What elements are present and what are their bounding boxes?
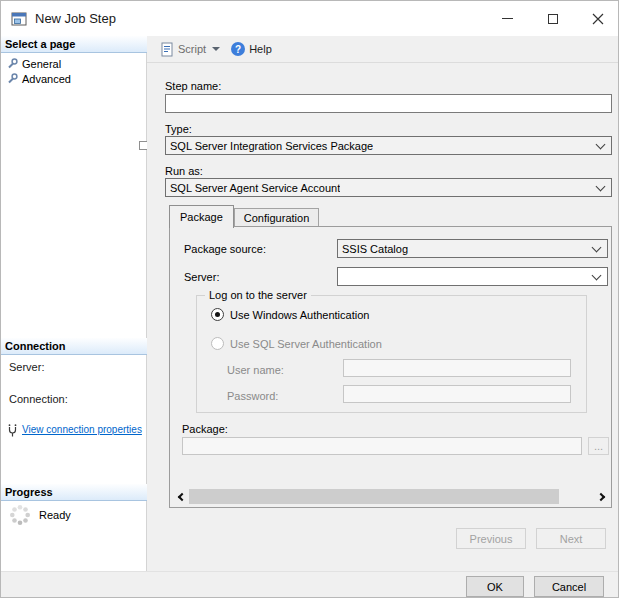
package-input [182, 437, 582, 455]
toolbar: Script ? Help [147, 36, 619, 63]
next-button: Next [536, 528, 606, 549]
scroll-left-button[interactable] [172, 488, 189, 505]
window-title: New Job Step [35, 11, 116, 26]
password-input [343, 385, 571, 403]
browse-package-button: ... [588, 437, 609, 455]
windows-auth-label: Use Windows Authentication [230, 309, 369, 321]
run-as-value: SQL Server Agent Service Account [170, 182, 340, 194]
radio-unselected-icon [211, 337, 224, 350]
package-label: Package: [182, 423, 228, 435]
step-name-input[interactable] [165, 94, 612, 113]
server-combobox[interactable] [337, 267, 608, 286]
chevron-right-icon [597, 492, 605, 500]
close-button[interactable] [575, 1, 619, 36]
view-connection-properties-link[interactable]: View connection properties [7, 424, 142, 437]
spinner-dots-icon [9, 504, 31, 526]
user-name-label: User name: [227, 364, 284, 376]
ok-button[interactable]: OK [466, 576, 524, 597]
tab-configuration[interactable]: Configuration [234, 208, 319, 227]
tabstrip: Package Configuration [169, 204, 319, 227]
tab-package[interactable]: Package [169, 205, 234, 228]
select-a-page-header: Select a page [1, 36, 147, 53]
scrollbar-thumb[interactable] [189, 489, 559, 504]
app-icon [11, 11, 27, 27]
package-source-label: Package source: [184, 243, 266, 255]
minimize-icon [502, 18, 513, 19]
progress-header: Progress [1, 484, 147, 501]
script-button[interactable]: Script [157, 40, 223, 59]
new-job-step-window: New Job Step Select a page General [0, 0, 619, 598]
type-value: SQL Server Integration Services Package [170, 140, 373, 152]
type-combobox[interactable]: SQL Server Integration Services Package [165, 136, 612, 155]
sidebar-item-advanced[interactable]: Advanced [7, 71, 71, 86]
progress-status-row: Ready [9, 504, 71, 526]
package-source-value: SSIS Catalog [342, 243, 408, 255]
connection-header: Connection [1, 338, 147, 355]
run-as-label: Run as: [165, 165, 203, 177]
connection-connection-label: Connection: [9, 393, 68, 405]
chevron-down-icon [212, 47, 220, 51]
connection-server-label: Server: [9, 361, 44, 373]
radio-selected-icon [211, 308, 224, 321]
content-pane: Script ? Help Step name: Type: SQL Serve… [147, 36, 619, 571]
previous-button: Previous [456, 528, 526, 549]
sidebar: Select a page General Advanced Connectio… [1, 36, 147, 571]
chevron-down-icon [592, 270, 602, 280]
script-label: Script [178, 43, 206, 55]
titlebar: New Job Step [1, 1, 619, 36]
run-as-combobox[interactable]: SQL Server Agent Service Account [165, 178, 612, 197]
script-document-icon [160, 42, 174, 57]
package-tab-panel: Package source: SSIS Catalog Server: Log… [169, 226, 612, 508]
sql-auth-label: Use SQL Server Authentication [230, 338, 382, 350]
password-label: Password: [227, 390, 278, 402]
chevron-left-icon [178, 492, 186, 500]
sql-auth-radio: Use SQL Server Authentication [211, 337, 382, 350]
chevron-down-icon [592, 242, 602, 252]
sidebar-item-general[interactable]: General [7, 56, 61, 71]
logon-group-title: Log on to the server [205, 289, 311, 301]
close-icon [592, 13, 604, 25]
windows-auth-radio[interactable]: Use Windows Authentication [211, 308, 369, 321]
help-button[interactable]: ? Help [228, 40, 275, 58]
server-label: Server: [184, 271, 219, 283]
sidebar-item-label: General [22, 58, 61, 70]
chevron-down-icon [596, 181, 606, 191]
user-name-input [343, 359, 571, 377]
package-source-combobox[interactable]: SSIS Catalog [337, 239, 608, 258]
type-label: Type: [165, 123, 192, 135]
maximize-button[interactable] [530, 1, 575, 36]
help-icon: ? [231, 42, 245, 56]
connection-properties-icon [7, 424, 18, 437]
scroll-right-button[interactable] [594, 488, 611, 505]
horizontal-scrollbar [172, 488, 611, 505]
step-name-label: Step name: [165, 80, 221, 92]
sidebar-item-label: Advanced [22, 73, 71, 85]
cancel-button[interactable]: Cancel [534, 576, 604, 597]
logon-groupbox: Log on to the server Use Windows Authent… [196, 295, 587, 413]
minimize-button[interactable] [485, 1, 530, 36]
chevron-down-icon [596, 139, 606, 149]
progress-status: Ready [39, 509, 71, 521]
help-label: Help [249, 43, 272, 55]
view-connection-properties-label: View connection properties [22, 424, 142, 435]
wrench-icon [7, 58, 18, 69]
maximize-icon [548, 14, 558, 24]
wrench-icon [7, 73, 18, 84]
footer: OK Cancel [1, 571, 619, 598]
